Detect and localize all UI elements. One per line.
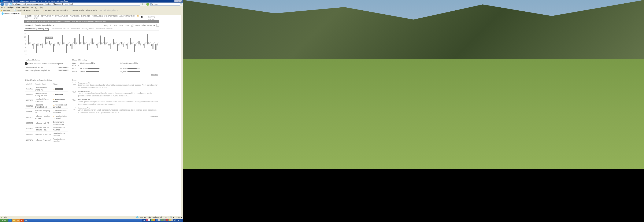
- vertical-scrollbar[interactable]: [181, 15, 183, 216]
- app-logo: ⚙eSett: [25, 15, 32, 17]
- fav-link-2[interactable]: ⊙Project Overview - Nordic B…: [43, 9, 70, 12]
- tray-icon[interactable]: [168, 219, 170, 221]
- table-row[interactable]: 4565485Hafslund Strøm ASReceived data ma…: [25, 132, 68, 137]
- url-text: http://demobank.unicornsystems.eu/either…: [12, 3, 73, 5]
- nav-input-data[interactable]: INPUT DATA: [34, 15, 39, 19]
- zoom-caret[interactable]: ▾: [181, 216, 182, 218]
- menu-arkiv[interactable]: Arkiv: [1, 6, 5, 8]
- minimize-button[interactable]: _: [174, 0, 177, 2]
- menu-visa[interactable]: Visa: [16, 6, 20, 8]
- nav-reports[interactable]: REPORTS: [81, 15, 90, 19]
- search-go-button[interactable]: 🔍: [180, 3, 182, 5]
- task-ie[interactable]: 🌐: [8, 219, 12, 222]
- card-title: Insufficient Collateral: [25, 59, 68, 61]
- lang-indicator[interactable]: SV: [143, 219, 145, 221]
- clock[interactable]: 16:06: [177, 219, 182, 221]
- currency-eur[interactable]: EUR: [112, 24, 118, 27]
- progress-bar: [86, 71, 99, 72]
- nav-administration[interactable]: ADMINISTRATION: [119, 15, 135, 19]
- tray-icon[interactable]: [156, 219, 158, 221]
- fav-link-1[interactable]: 📄Svenska kraftnäts process- …: [14, 9, 42, 12]
- menu-redigera[interactable]: Redigera: [7, 6, 14, 8]
- browser-search[interactable]: 🔍 Bing: [150, 3, 180, 6]
- fav-link-3[interactable]: ⌂Home Nordic Balance Settle…: [72, 9, 99, 12]
- dropdown-icon[interactable]: ▾: [140, 4, 142, 5]
- address-bar[interactable]: 🌐 http://demobank.unicornsystems.eu/eith…: [9, 3, 140, 6]
- warning-icon: ▲: [53, 98, 54, 100]
- table-row[interactable]: 4565484Hafslund Strøm ASReceived data ma…: [25, 138, 68, 143]
- pager-next[interactable]: ›: [157, 24, 159, 27]
- gate-label: D+2: [72, 67, 79, 69]
- refresh-button[interactable]: ↻: [142, 3, 143, 5]
- warning-icon: ▲: [53, 115, 54, 117]
- tray-icon[interactable]: [146, 219, 148, 221]
- menu-verktyg[interactable]: Verktyg: [31, 6, 37, 8]
- nav-help-icon[interactable]: ⦿: [137, 15, 139, 19]
- user-info[interactable]: Anita Tokki Kein Thi Sha (48): [146, 15, 155, 21]
- favorites-button[interactable]: ★Favoriter: [1, 9, 10, 12]
- task-word[interactable]: W: [24, 219, 28, 222]
- close-button[interactable]: ✕: [180, 0, 182, 2]
- task-folder[interactable]: 📁: [12, 219, 16, 222]
- currency-svk[interactable]: SVK: [125, 24, 130, 27]
- tray-icon[interactable]: [164, 219, 166, 221]
- volume-icon[interactable]: 🔊: [174, 219, 176, 221]
- page-icon: ⊙: [43, 9, 44, 12]
- news-date: Sep 102013: [72, 82, 76, 89]
- maximize-button[interactable]: □: [177, 0, 180, 2]
- chart-panel-title: Consumption/Production Imbalance: [24, 23, 54, 28]
- view-collateral-button[interactable]: View Collateral: [58, 66, 68, 68]
- stop-button[interactable]: ✕: [144, 3, 145, 5]
- view-collateral-button[interactable]: View Collateral: [58, 70, 68, 71]
- tray-icon[interactable]: [153, 219, 156, 221]
- chart-tab-cons-amt[interactable]: Consumption Amount: [51, 28, 69, 30]
- tray-icon[interactable]: [166, 219, 168, 221]
- forward-button[interactable]: →: [5, 3, 8, 6]
- table-row[interactable]: 4565492Gudbrandsdal Energi AS Nett▲ Data…: [25, 92, 68, 97]
- table-row[interactable]: 4565486Hafslund Nett AS – Hafslund Reg…R…: [25, 126, 68, 132]
- chart-tab-prod-qty[interactable]: Production Quantity (MWh): [71, 28, 94, 30]
- tray-icon[interactable]: [171, 219, 173, 221]
- currency-nok[interactable]: NOK: [118, 24, 124, 27]
- task-outlook[interactable]: O: [16, 219, 20, 222]
- zoom-dropdown[interactable]: 🔍 ▾: [170, 216, 174, 218]
- menu-hjalp[interactable]: Hjälp: [39, 6, 43, 8]
- pager-value[interactable]: Market Balance Area 1 ▾: [133, 24, 157, 27]
- tray-icon[interactable]: [161, 219, 163, 221]
- tray-icon[interactable]: [151, 219, 153, 221]
- protected-mode-icon[interactable]: ⛨: [165, 216, 167, 218]
- norton-icon[interactable]: [146, 3, 149, 6]
- tray-icon[interactable]: [148, 219, 150, 221]
- fav-link-4[interactable]: ▦WebSlice-galleri ▾: [100, 9, 118, 12]
- nav-settlement[interactable]: SETTLEMENT: [41, 15, 54, 19]
- news-item[interactable]: Jan 92014Announcement TitleLorem ipsum d…: [72, 107, 158, 114]
- browser-tab[interactable]: 🌐 Dashboard (BRP): [0, 12, 21, 15]
- table-row[interactable]: 4565465Gudbrandsdal Energi AS▲ Data Miss…: [25, 86, 68, 92]
- chart-tab-cons-qty[interactable]: Consumption Quantity (MWh): [24, 28, 49, 31]
- nav-information[interactable]: INFORMATION: [104, 15, 118, 19]
- menu-favoriter[interactable]: Favoriter: [22, 6, 29, 8]
- table-row[interactable]: 4565491Hadeland Energi Strøm AS▲ Counter…: [25, 98, 68, 103]
- view-details-link[interactable]: View Details: [72, 74, 158, 75]
- tray-icon[interactable]: [158, 219, 160, 221]
- news-item[interactable]: Dec 122013Announcement TitleLorem ipsum …: [72, 99, 158, 106]
- news-item[interactable]: Nov 212013Announcement TitleLorem ipsum …: [72, 90, 158, 97]
- page-icon: 📄: [14, 9, 16, 12]
- start-button[interactable]: Start: [0, 218, 8, 222]
- nav-finances[interactable]: FINANCES: [70, 15, 80, 19]
- table-row[interactable]: 4565489Hafslund Hedging AS▲ Received dat…: [25, 109, 68, 114]
- news-item[interactable]: Sep 102013Announcement TitleLorem ipsum …: [72, 82, 158, 89]
- message-count-badge[interactable]: 9: [141, 16, 142, 18]
- user-dropdown-icon[interactable]: ▾: [158, 16, 158, 18]
- table-row[interactable]: 4565487Hafslund Nett ASCounterpart's dat…: [25, 120, 68, 126]
- table-row[interactable]: 4565490Hadeland EnergiNett AS▲ Received …: [25, 104, 68, 109]
- back-button[interactable]: ←: [0, 3, 4, 6]
- pager-prev[interactable]: ‹: [131, 24, 133, 27]
- news-archive-link[interactable]: News Archive: [72, 116, 158, 117]
- nav-structures[interactable]: STRUCTURES: [55, 15, 68, 19]
- task-powerpoint[interactable]: P: [20, 219, 24, 222]
- nav-messages[interactable]: MESSAGES: [92, 15, 103, 19]
- logo-icon: ⚙: [25, 15, 26, 17]
- table-row[interactable]: 4565488Hafslund Hedging AS Nett▲ Receive…: [25, 115, 68, 120]
- chart-tab-prod-amt[interactable]: Production Amount: [96, 28, 112, 30]
